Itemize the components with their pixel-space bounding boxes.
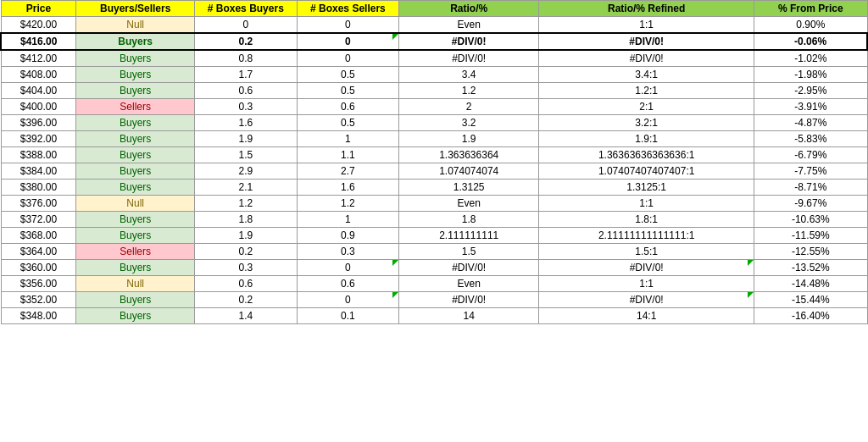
cell-ratio-refined: 2:1 [539,99,754,115]
cell-ratio-refined: #DIV/0! [539,292,754,308]
cell-ratio-refined: 1.8:1 [539,212,754,228]
cell-buyers-sellers: Buyers [76,292,195,308]
cell-from-price: -9.67% [754,196,867,212]
cell-buyers-sellers: Null [76,276,195,292]
cell-ratio: 3.4 [399,67,539,83]
cell-boxes-buyers: 0.2 [195,244,298,260]
cell-price: $408.00 [1,67,76,83]
cell-ratio: 1.9 [399,131,539,147]
cell-buyers-sellers: Sellers [76,99,195,115]
cell-ratio-refined: 1.5:1 [539,244,754,260]
cell-boxes-buyers: 1.2 [195,196,298,212]
cell-ratio-refined: 1:1 [539,196,754,212]
cell-boxes-sellers: 1 [297,212,399,228]
cell-price: $404.00 [1,83,76,99]
cell-boxes-sellers: 0.5 [297,83,399,99]
cell-ratio-refined: 1.3125:1 [539,180,754,196]
cell-ratio: Even [399,276,539,292]
cell-ratio-refined: #DIV/0! [539,50,754,67]
flag-green-icon [748,260,754,266]
cell-price: $372.00 [1,212,76,228]
cell-boxes-buyers: 2.1 [195,180,298,196]
header-boxes-sellers: # Boxes Sellers [297,1,399,17]
cell-buyers-sellers: Buyers [76,180,195,196]
flag-green-icon [392,260,398,266]
cell-price: $348.00 [1,308,76,324]
header-buyers-sellers: Buyers/Sellers [76,1,195,17]
cell-buyers-sellers: Buyers [76,308,195,324]
cell-boxes-sellers: 0 [297,17,399,34]
cell-ratio: #DIV/0! [399,33,539,50]
cell-boxes-buyers: 1.9 [195,228,298,244]
cell-boxes-buyers: 0.2 [195,33,298,50]
cell-buyers-sellers: Buyers [76,115,195,131]
cell-buyers-sellers: Null [76,17,195,34]
cell-price: $400.00 [1,99,76,115]
cell-price: $352.00 [1,292,76,308]
cell-ratio: 3.2 [399,115,539,131]
cell-buyers-sellers: Sellers [76,244,195,260]
cell-boxes-buyers: 0.3 [195,99,298,115]
cell-ratio: #DIV/0! [399,292,539,308]
cell-boxes-sellers: 0 [297,33,399,50]
cell-boxes-sellers: 0.5 [297,67,399,83]
cell-buyers-sellers: Buyers [76,33,195,50]
cell-buyers-sellers: Buyers [76,83,195,99]
cell-boxes-buyers: 1.9 [195,131,298,147]
cell-buyers-sellers: Buyers [76,228,195,244]
cell-ratio: 1.5 [399,244,539,260]
cell-ratio: 2.111111111 [399,228,539,244]
cell-boxes-sellers: 0.6 [297,99,399,115]
cell-boxes-sellers: 0.1 [297,308,399,324]
cell-from-price: -8.71% [754,180,867,196]
cell-from-price: -5.83% [754,131,867,147]
cell-price: $396.00 [1,115,76,131]
cell-ratio-refined: 1.07407407407407:1 [539,163,754,180]
cell-ratio: 1.8 [399,212,539,228]
cell-ratio-refined: 3.2:1 [539,115,754,131]
cell-boxes-sellers: 1 [297,131,399,147]
cell-from-price: -1.98% [754,67,867,83]
cell-from-price: -7.75% [754,163,867,180]
cell-from-price: -0.06% [754,33,867,50]
header-boxes-buyers: # Boxes Buyers [195,1,298,17]
cell-boxes-buyers: 0.3 [195,260,298,276]
cell-price: $384.00 [1,163,76,180]
cell-price: $416.00 [1,33,76,50]
cell-boxes-sellers: 0.5 [297,115,399,131]
cell-boxes-sellers: 0.9 [297,228,399,244]
header-ratio: Ratio/% [399,1,539,17]
cell-boxes-buyers: 2.9 [195,163,298,180]
cell-buyers-sellers: Buyers [76,147,195,163]
cell-ratio: 2 [399,99,539,115]
cell-ratio: 1.363636364 [399,147,539,163]
header-price: Price [1,1,76,17]
header-ratio-refined: Ratio/% Refined [539,1,754,17]
cell-boxes-buyers: 1.4 [195,308,298,324]
cell-boxes-sellers: 1.1 [297,147,399,163]
cell-boxes-buyers: 1.5 [195,147,298,163]
cell-ratio: #DIV/0! [399,50,539,67]
cell-ratio-refined: 1.36363636363636:1 [539,147,754,163]
cell-ratio-refined: 1.2:1 [539,83,754,99]
cell-boxes-buyers: 1.8 [195,212,298,228]
cell-ratio: 1.074074074 [399,163,539,180]
header-from-price: % From Price [754,1,867,17]
cell-price: $420.00 [1,17,76,34]
cell-from-price: -14.48% [754,276,867,292]
cell-price: $412.00 [1,50,76,67]
cell-ratio-refined: 3.4:1 [539,67,754,83]
cell-boxes-sellers: 0 [297,292,399,308]
cell-boxes-sellers: 1.2 [297,196,399,212]
cell-ratio-refined: 1.9:1 [539,131,754,147]
cell-boxes-sellers: 0.6 [297,276,399,292]
cell-from-price: -1.02% [754,50,867,67]
flag-green-icon [392,34,398,40]
cell-price: $380.00 [1,180,76,196]
cell-boxes-sellers: 0 [297,50,399,67]
cell-from-price: -13.52% [754,260,867,276]
cell-from-price: -3.91% [754,99,867,115]
cell-boxes-sellers: 2.7 [297,163,399,180]
cell-boxes-buyers: 0 [195,17,298,34]
cell-buyers-sellers: Buyers [76,131,195,147]
